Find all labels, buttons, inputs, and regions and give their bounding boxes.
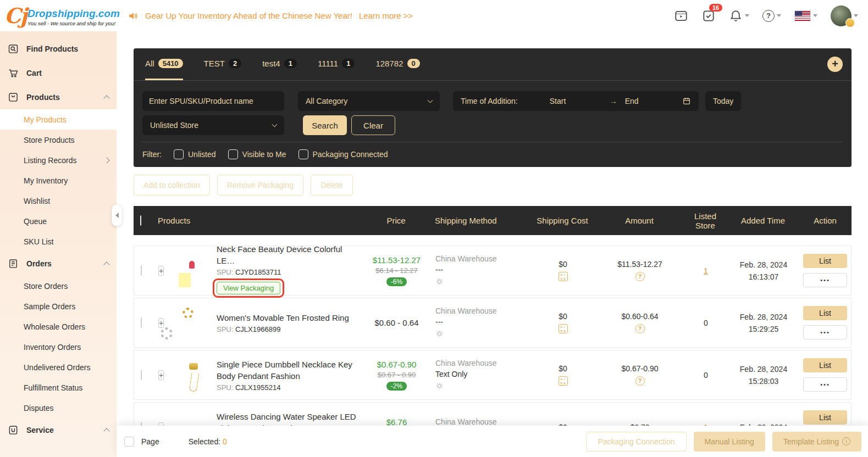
shipping-settings-gear-icon[interactable] [435, 330, 530, 340]
shipping-settings-gear-icon[interactable] [435, 382, 530, 392]
more-actions-button[interactable]: ••• [803, 273, 847, 287]
manual-listing-button[interactable]: Manual Listing [694, 432, 765, 452]
sidebar-item-products[interactable]: Products [0, 85, 117, 109]
list-button[interactable]: List [803, 306, 847, 320]
sidebar-item-my-products[interactable]: My Products [0, 109, 117, 130]
help-menu[interactable]: ? [762, 10, 781, 22]
template-listing-label: Template Listing [783, 437, 839, 446]
header-shipping-cost: Shipping Cost [529, 216, 595, 225]
sidebar-item-queue[interactable]: Queue [0, 211, 117, 231]
date-start-field[interactable]: Start [550, 97, 566, 105]
more-actions-button[interactable]: ••• [803, 377, 847, 392]
view-packaging-button[interactable]: View Packaging [217, 282, 280, 294]
packaging-connection-button[interactable]: Packaging Connection [586, 432, 686, 452]
shipping-cost-value: $0 [530, 364, 596, 373]
spu-value: CJYD1853711 [235, 268, 281, 276]
tutorial-video-icon[interactable] [674, 9, 688, 23]
learn-more-link[interactable]: Learn more >> [359, 11, 413, 20]
sidebar-item-fulfillment-status[interactable]: Fulfillment Status [0, 377, 117, 398]
row-checkbox[interactable] [141, 265, 142, 276]
added-date: Feb. 28, 2024 [728, 259, 799, 271]
tasks-icon[interactable]: 16 [701, 9, 716, 23]
product-title[interactable]: Single Piece Dumbbell Necklace Key Body … [217, 359, 357, 382]
row-checkbox[interactable] [141, 370, 142, 380]
row-expand-button[interactable]: + [158, 318, 164, 328]
row-expand-button[interactable]: + [158, 266, 164, 276]
product-title[interactable]: Women's Movable Ten Frosted Ring [217, 312, 357, 324]
header-products: Products [158, 216, 362, 225]
sidebar-item-service[interactable]: Service [0, 418, 117, 442]
discount-badge: -6% [386, 277, 407, 286]
tab-test4[interactable]: test4 1 [262, 48, 297, 80]
sidebar-item-find-products[interactable]: Find Products [0, 37, 117, 61]
sidebar-item-store-products[interactable]: Store Products [0, 130, 117, 150]
sidebar-item-wholesale-orders[interactable]: Wholesale Orders [0, 316, 117, 337]
add-to-collection-button[interactable]: Add to collection [134, 175, 210, 196]
sidebar-item-sample-orders[interactable]: Sample Orders [0, 296, 117, 316]
calculator-icon[interactable]: + −× = [559, 272, 568, 281]
sidebar-item-store-orders[interactable]: Store Orders [0, 276, 117, 296]
collection-tabs: All 5410 TEST 2 test4 1 11111 1 128782 0… [134, 48, 852, 81]
listed-store-link[interactable]: 1 [704, 266, 708, 275]
sidebar-item-disputes[interactable]: Disputes [0, 398, 117, 418]
amount-help-icon[interactable]: ? [635, 324, 645, 333]
language-selector[interactable] [794, 10, 817, 21]
sidebar-item-orders[interactable]: Orders [0, 252, 117, 276]
tab-11111[interactable]: 11111 1 [318, 48, 355, 80]
notifications-bell[interactable] [729, 9, 749, 23]
list-button[interactable]: List [803, 358, 847, 372]
more-actions-button[interactable]: ••• [803, 325, 847, 339]
shipping-settings-gear-icon[interactable] [435, 277, 530, 288]
amount-help-icon[interactable]: ? [635, 272, 645, 281]
sidebar-item-inventory-orders[interactable]: Inventory Orders [0, 337, 117, 357]
category-select[interactable]: All Category [298, 91, 440, 111]
product-title[interactable]: Neck Face Beauty Device Colorful LE… [217, 243, 357, 266]
calculator-icon[interactable]: + −× = [559, 324, 568, 333]
tab-128782[interactable]: 128782 0 [375, 48, 419, 80]
search-input[interactable] [142, 91, 284, 111]
tasks-count-badge: 16 [709, 4, 722, 12]
account-caret-icon [854, 14, 858, 17]
language-caret-icon [813, 14, 817, 17]
add-collection-button[interactable]: + [827, 57, 843, 72]
visible-to-me-checkbox[interactable] [228, 149, 238, 159]
calculator-icon[interactable]: + −× = [559, 376, 568, 386]
app-logo[interactable]: Cj Dropshipping.com You sell - We source… [0, 5, 117, 27]
row-checkbox[interactable] [141, 317, 142, 328]
list-button[interactable]: List [803, 254, 847, 268]
tab-test[interactable]: TEST 2 [204, 48, 242, 80]
shipping-cost-value: $0 [530, 312, 596, 321]
template-listing-button[interactable]: Template Listing i [772, 432, 861, 452]
sidebar-item-listing-records[interactable]: Listing Records [0, 150, 117, 170]
tab-all[interactable]: All 5410 [145, 48, 183, 80]
packaging-connected-checkbox[interactable] [298, 149, 308, 159]
footer-select-page-checkbox[interactable] [124, 437, 134, 447]
store-select[interactable]: Unlisted Store [142, 115, 284, 135]
selected-count: 0 [223, 437, 227, 446]
row-expand-button[interactable]: + [158, 370, 164, 380]
price-original: $0.67 - 0.90 [362, 371, 431, 379]
list-button[interactable]: List [803, 410, 847, 425]
sidebar-item-my-inventory[interactable]: My Inventory [0, 170, 117, 191]
sidebar-collapse-handle[interactable] [112, 204, 122, 226]
date-range-picker[interactable]: Time of Addition: Start → End [453, 91, 699, 111]
added-date: Feb. 28, 2024 [728, 311, 799, 323]
sidebar-item-undelivered-orders[interactable]: Undelivered Orders [0, 357, 117, 377]
sidebar-item-label: Products [26, 93, 60, 102]
clear-button[interactable]: Clear [351, 115, 395, 135]
search-button[interactable]: Search [303, 115, 347, 135]
remove-packaging-button[interactable]: Remove Packaging [217, 175, 303, 196]
sidebar-item-cart[interactable]: Cart [0, 61, 117, 85]
warehouse-label: China Warehouse [435, 305, 530, 316]
select-all-checkbox[interactable] [140, 215, 141, 226]
unlisted-checkbox[interactable] [174, 149, 184, 159]
amount-help-icon[interactable]: ? [635, 376, 645, 386]
today-button[interactable]: Today [705, 91, 741, 111]
account-menu[interactable] [831, 5, 858, 26]
chevron-down-icon [272, 121, 278, 127]
sidebar-item-sku-list[interactable]: SKU List [0, 231, 117, 252]
date-end-field[interactable]: End [625, 97, 639, 105]
date-range-arrow-icon: → [610, 97, 617, 105]
sidebar-item-wishlist[interactable]: Wishlist [0, 191, 117, 211]
delete-button[interactable]: Delete [311, 175, 352, 196]
